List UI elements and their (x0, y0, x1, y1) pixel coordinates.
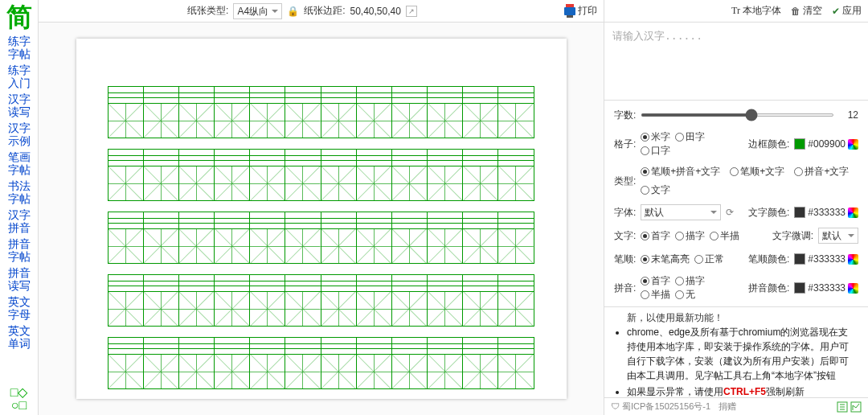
char-cell (178, 291, 215, 327)
stroke-label: 笔顺: (614, 253, 636, 266)
paper-preview-area[interactable] (39, 23, 604, 415)
char-cell (391, 354, 428, 389)
grid-option-2[interactable]: 口字 (641, 144, 670, 158)
char-input[interactable] (604, 23, 868, 100)
pinyin-cell (249, 86, 285, 104)
pinyin-cell (321, 149, 357, 166)
paper-type-label: 纸张类型: (187, 4, 228, 18)
printer-icon (564, 7, 575, 15)
nav-item-4[interactable]: 笔画字帖 (6, 149, 33, 178)
nav-item-7[interactable]: 拼音字帖 (6, 236, 33, 265)
char-cell (285, 291, 321, 327)
nav-item-6[interactable]: 汉字拼音 (6, 207, 33, 236)
stroke-option-0[interactable]: 末笔高亮 (641, 253, 690, 266)
char-cell (321, 103, 357, 138)
text-label: 文字: (614, 229, 636, 243)
char-cell (391, 103, 428, 138)
controls-panel: 字数: 12 格子: 米字田字口字 边框颜色: #009900 类型: 笔顺+拼… (604, 101, 868, 306)
type-option-0[interactable]: 笔顺+拼音+文字 (641, 165, 720, 179)
pinyin-cell (249, 274, 285, 292)
text-option-2[interactable]: 半描 (710, 229, 739, 243)
pinyin-cell (497, 337, 534, 355)
pinyin-cell (249, 212, 285, 229)
pinyin-option-1[interactable]: 描字 (675, 274, 705, 288)
grid-option-0[interactable]: 米字 (641, 130, 670, 144)
char-cell (497, 103, 534, 138)
char-cell (108, 103, 144, 138)
font-reset-icon[interactable]: ⟳ (726, 207, 734, 218)
apply-button[interactable]: ✔应用 (832, 4, 862, 18)
font-select[interactable]: 默认 (641, 204, 721, 220)
stroke-option-1[interactable]: 正常 (694, 253, 724, 266)
char-cell (497, 354, 534, 389)
char-cell (214, 354, 250, 389)
char-cell (462, 291, 498, 327)
type-label: 类型: (614, 175, 636, 188)
pinyin-option-3[interactable]: 无 (675, 288, 695, 302)
pinyin-option-2[interactable]: 半描 (641, 288, 670, 302)
color-wheel-icon (848, 254, 858, 265)
pinyin-row (108, 275, 534, 292)
paper-type-select[interactable]: A4纵向 (233, 3, 282, 19)
nav-item-10[interactable]: 英文单词 (6, 323, 33, 351)
char-cell (462, 166, 498, 201)
paper-margin-value[interactable]: 50,40,50,40 (350, 6, 400, 17)
left-nav: 简 练字字帖练字入门汉字读写汉字示例笔画字帖书法字帖汉字拼音拼音字帖拼音读写英文… (0, 0, 39, 415)
type-option-3[interactable]: 文字 (641, 183, 670, 197)
char-cell (249, 291, 285, 327)
char-cell (108, 354, 144, 389)
local-font-button[interactable]: Tr本地字体 (731, 4, 781, 18)
char-cell (143, 166, 179, 201)
text-option-1[interactable]: 描字 (675, 229, 705, 243)
char-cell (178, 354, 215, 389)
note-item: 如果显示异常，请使用CTRL+F5强制刷新 (627, 384, 857, 397)
pinyin-cell (462, 212, 498, 229)
type-option-1[interactable]: 笔顺+文字 (730, 165, 784, 179)
pinyin-option-0[interactable]: 首字 (641, 274, 670, 288)
nav-item-1[interactable]: 练字入门 (6, 62, 33, 91)
finetune-select[interactable]: 默认 (818, 228, 858, 244)
char-cell (427, 228, 463, 264)
donate-link[interactable]: 捐赠 (719, 401, 736, 413)
clear-button[interactable]: 🗑清空 (791, 4, 822, 18)
pinyin-cell (143, 212, 179, 229)
nav-item-2[interactable]: 汉字读写 (6, 91, 33, 120)
icp-link[interactable]: 🛡 蜀ICP备15025156号-1 (611, 401, 710, 413)
pinyin-label: 拼音: (614, 281, 636, 295)
pinyin-cell (143, 86, 179, 104)
expand-icon[interactable]: ↗ (406, 6, 417, 17)
type-option-2[interactable]: 拼音+文字 (794, 165, 849, 179)
char-cell (497, 166, 534, 201)
char-cell (249, 166, 285, 201)
char-cell (214, 166, 250, 201)
text-option-0[interactable]: 首字 (641, 229, 670, 243)
pinyin-row (108, 87, 534, 104)
pinyin-row (108, 212, 534, 229)
nav-item-3[interactable]: 汉字示例 (6, 120, 33, 149)
nav-item-9[interactable]: 英文字母 (6, 294, 33, 323)
char-cell (249, 103, 285, 138)
pinyin-color-picker[interactable]: #333333 (794, 282, 858, 294)
char-row (108, 292, 534, 327)
footer-tool-icons[interactable] (837, 401, 862, 412)
color-wheel-icon (848, 139, 858, 150)
print-button[interactable]: 打印 (564, 4, 597, 18)
stroke-color-picker[interactable]: #333333 (794, 253, 858, 265)
text-color-picker[interactable]: #333333 (794, 207, 858, 218)
pinyin-cell (321, 212, 357, 229)
note-item: chrome、edge及所有基于chromium的浏览器现在支持使用本地字库，即… (627, 325, 857, 383)
nav-item-8[interactable]: 拼音读写 (6, 265, 33, 294)
border-color-picker[interactable]: #009900 (794, 138, 858, 150)
pinyin-row (108, 338, 534, 355)
count-slider[interactable] (641, 113, 834, 117)
nav-item-0[interactable]: 练字字帖 (6, 33, 33, 62)
pinyin-cell (285, 149, 321, 166)
grid-label: 格子: (614, 138, 636, 151)
grid-option-1[interactable]: 田字 (675, 130, 705, 144)
char-cell (462, 228, 498, 264)
nav-item-5[interactable]: 书法字帖 (6, 178, 33, 207)
pinyin-cell (356, 274, 392, 292)
pinyin-cell (356, 149, 392, 166)
char-cell (356, 354, 392, 389)
paper-toolbar: 纸张类型: A4纵向 🔒 纸张边距: 50,40,50,40 ↗ 打印 (39, 0, 604, 23)
